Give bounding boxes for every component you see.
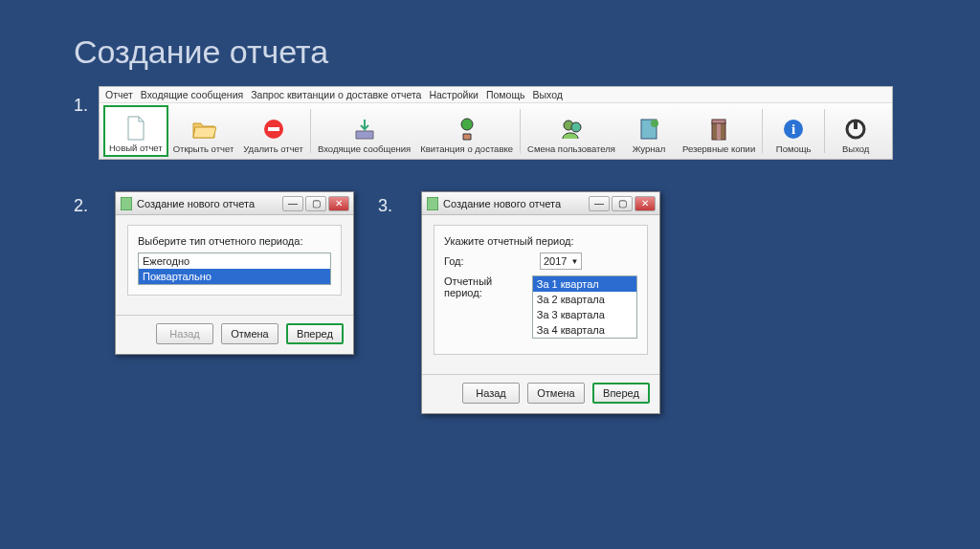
svg-rect-13 — [854, 120, 858, 129]
maximize-button[interactable]: ▢ — [612, 196, 633, 211]
switch-user-label: Смена пользователя — [527, 143, 615, 154]
period-option-1[interactable]: За 1 квартал — [533, 276, 636, 292]
close-button[interactable]: ✕ — [328, 196, 349, 211]
maximize-button[interactable]: ▢ — [305, 196, 326, 211]
cancel-button[interactable]: Отмена — [221, 323, 278, 344]
dialog2-title: Создание нового отчета — [137, 198, 255, 209]
period-option-2[interactable]: За 2 квартала — [533, 292, 636, 307]
dialog-app-icon — [120, 197, 133, 210]
receipt-button[interactable]: Квитанция о доставке — [415, 105, 518, 157]
menu-exit[interactable]: Выход — [533, 89, 563, 100]
chevron-down-icon: ▼ — [570, 257, 578, 266]
menu-help[interactable]: Помощь — [486, 89, 525, 100]
delete-report-button[interactable]: Удалить отчет — [238, 105, 308, 157]
slide-title: Создание отчета — [74, 33, 328, 71]
new-report-label: Новый отчет — [109, 143, 163, 153]
next-button[interactable]: Вперед — [592, 383, 650, 404]
svg-text:i: i — [791, 121, 795, 137]
step-number-3: 3. — [378, 196, 392, 216]
close-button[interactable]: ✕ — [635, 196, 656, 211]
dialog2-prompt: Выберите тип отчетного периода: — [138, 235, 331, 247]
svg-point-4 — [571, 122, 581, 132]
dialog3-titlebar: Создание нового отчета — ▢ ✕ — [422, 192, 659, 215]
back-button: Назад — [156, 323, 213, 344]
minimize-button[interactable]: — — [589, 196, 610, 211]
new-report-button[interactable]: Новый отчет — [103, 105, 168, 157]
menu-settings[interactable]: Настройки — [429, 89, 479, 100]
step-number-2: 2. — [74, 196, 88, 216]
period-option-3[interactable]: За 3 квартала — [533, 307, 636, 322]
switch-user-icon — [559, 117, 584, 142]
dialog3-title: Создание нового отчета — [443, 198, 561, 209]
backup-button[interactable]: Резервные копии — [678, 105, 760, 157]
folder-open-icon — [191, 117, 216, 142]
exit-label: Выход — [842, 143, 869, 154]
inbox-icon — [352, 117, 377, 142]
svg-rect-14 — [121, 197, 132, 210]
option-quarterly[interactable]: Поквартально — [139, 269, 330, 284]
open-report-label: Открыть отчет — [173, 143, 234, 154]
inbox-button[interactable]: Входящие сообщения — [313, 105, 415, 157]
help-button[interactable]: i Помощь — [765, 105, 822, 157]
power-icon — [843, 117, 868, 142]
year-label: Год: — [444, 255, 540, 267]
exit-button[interactable]: Выход — [827, 105, 884, 157]
svg-rect-1 — [268, 127, 279, 131]
help-label: Помощь — [776, 143, 812, 154]
switch-user-button[interactable]: Смена пользователя — [523, 105, 620, 157]
svg-point-6 — [651, 120, 658, 127]
step-number-1: 1. — [74, 96, 88, 116]
svg-rect-9 — [712, 120, 725, 123]
year-value: 2017 — [544, 255, 567, 267]
dialog-step3: Создание нового отчета — ▢ ✕ Укажите отч… — [421, 191, 660, 414]
period-option-4[interactable]: За 4 квартала — [533, 322, 636, 338]
info-icon: i — [781, 117, 806, 142]
journal-button[interactable]: Журнал — [620, 105, 678, 157]
minimize-button[interactable]: — — [282, 196, 303, 211]
menu-inbox[interactable]: Входящие сообщения — [141, 89, 243, 100]
period-label: Отчетный период: — [444, 275, 532, 298]
open-report-button[interactable]: Открыть отчет — [168, 105, 239, 157]
period-type-listbox[interactable]: Ежегодно Поквартально — [138, 253, 331, 285]
option-annual[interactable]: Ежегодно — [139, 253, 330, 269]
svg-point-2 — [461, 119, 473, 130]
cancel-button[interactable]: Отмена — [527, 383, 585, 404]
next-button[interactable]: Вперед — [286, 323, 344, 344]
dialog3-prompt: Укажите отчетный период: — [444, 235, 637, 247]
svg-rect-8 — [717, 122, 721, 140]
archive-icon — [706, 117, 731, 142]
menubar: Отчет Входящие сообщения Запрос квитанци… — [100, 87, 892, 103]
app-toolbar: Отчет Входящие сообщения Запрос квитанци… — [99, 86, 893, 160]
dialog2-titlebar: Создание нового отчета — ▢ ✕ — [116, 192, 353, 215]
dialog-step2: Создание нового отчета — ▢ ✕ Выберите ти… — [115, 191, 354, 355]
menu-report[interactable]: Отчет — [105, 89, 133, 100]
period-listbox[interactable]: За 1 квартал За 2 квартала За 3 квартала… — [532, 275, 637, 339]
svg-rect-15 — [427, 197, 438, 210]
year-select[interactable]: 2017 ▼ — [540, 253, 582, 270]
receipt-label: Квитанция о доставке — [420, 143, 513, 154]
journal-icon — [636, 117, 661, 142]
inbox-label: Входящие сообщения — [318, 143, 411, 154]
delete-report-label: Удалить отчет — [243, 143, 303, 154]
journal-label: Журнал — [633, 143, 666, 154]
backup-label: Резервные копии — [682, 143, 755, 154]
menu-receipt-request[interactable]: Запрос квитанции о доставке отчета — [251, 89, 421, 100]
delete-icon — [261, 117, 286, 142]
receipt-icon — [455, 117, 479, 142]
back-button[interactable]: Назад — [462, 383, 520, 404]
dialog-app-icon — [426, 197, 439, 210]
new-file-icon — [123, 116, 148, 141]
